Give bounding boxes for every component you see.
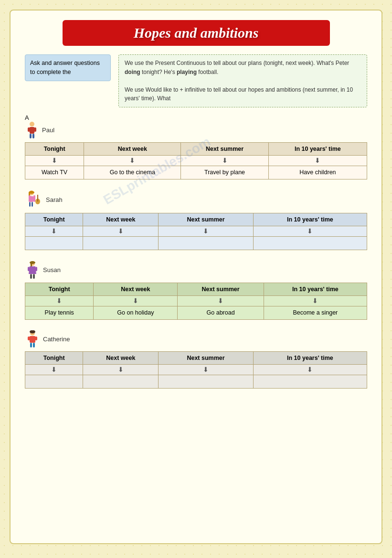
grammar-para2: We use Would like to + infinitive to tel… xyxy=(125,85,361,103)
grammar-text3: football. xyxy=(197,69,218,75)
sarah-col-nextweek: Next week xyxy=(83,213,159,226)
sarah-arrow-3: ⬇ xyxy=(159,226,254,236)
paul-col-10years: In 10 years' time xyxy=(268,142,367,155)
susan-col-tonight: Tonight xyxy=(25,283,94,295)
svg-rect-29 xyxy=(30,343,32,347)
svg-rect-4 xyxy=(30,134,32,138)
catherine-arrow-4: ⬇ xyxy=(253,364,367,375)
susan-data-row: Play tennis Go on holiday Go abroad Beco… xyxy=(25,306,367,319)
catherine-label: Catherine xyxy=(25,330,367,348)
paul-arrow-2: ⬇ xyxy=(84,155,181,166)
sarah-table: Tonight Next week Next summer In 10 year… xyxy=(25,213,367,250)
catherine-data-row xyxy=(25,375,367,388)
sarah-data-3 xyxy=(159,236,254,250)
susan-col-nextsummer: Next summer xyxy=(178,283,264,295)
susan-arrow-2: ⬇ xyxy=(94,295,178,306)
sarah-col-10years: In 10 years' time xyxy=(253,213,367,226)
grammar-bold1: doing xyxy=(125,69,140,75)
catherine-table: Tonight Next week Next summer In 10 year… xyxy=(25,351,367,389)
catherine-data-2 xyxy=(83,375,159,388)
svg-point-17 xyxy=(30,261,35,264)
susan-arrow-1: ⬇ xyxy=(25,295,94,306)
sarah-data-2 xyxy=(83,236,159,250)
paul-data-4: Have children xyxy=(268,166,367,179)
top-row: Ask and answer questions to complete the… xyxy=(25,54,367,107)
paul-col-nextsummer: Next summer xyxy=(181,142,268,155)
catherine-col-nextsummer: Next summer xyxy=(159,351,254,364)
svg-rect-13 xyxy=(32,202,33,207)
paul-arrow-4: ⬇ xyxy=(268,155,367,166)
catherine-data-4 xyxy=(253,375,367,388)
paul-arrow-row: ⬇ ⬇ ⬇ ⬇ xyxy=(25,155,367,166)
catherine-icon xyxy=(25,330,40,348)
grammar-box: We use the Present Continuous to tell ab… xyxy=(118,54,367,107)
svg-rect-1 xyxy=(30,127,34,134)
svg-rect-12 xyxy=(29,202,31,207)
susan-data-4: Become a singer xyxy=(264,306,367,319)
sarah-section: Sarah Tonight Next week Next summer In 1… xyxy=(25,190,367,250)
svg-marker-19 xyxy=(29,266,36,274)
paul-data-row: Watch TV Go to the cinema Travel by plan… xyxy=(25,166,367,179)
susan-arrow-4: ⬇ xyxy=(264,295,367,306)
grammar-text1: We use the Present Continuous to tell ab… xyxy=(125,60,349,66)
sarah-data-1 xyxy=(25,236,83,250)
catherine-section: Catherine Tonight Next week Next summer … xyxy=(25,330,367,389)
catherine-arrow-2: ⬇ xyxy=(83,364,159,375)
svg-rect-11 xyxy=(29,196,33,202)
sarah-data-row xyxy=(25,236,367,250)
catherine-arrow-1: ⬇ xyxy=(25,364,83,375)
susan-data-3: Go abroad xyxy=(178,306,264,319)
sarah-arrow-4: ⬇ xyxy=(253,226,367,236)
grammar-bold2: playing xyxy=(177,69,197,75)
svg-rect-5 xyxy=(32,134,34,138)
catherine-data-3 xyxy=(159,375,254,388)
svg-rect-30 xyxy=(33,343,35,347)
svg-rect-10 xyxy=(33,195,35,202)
svg-rect-23 xyxy=(33,274,35,279)
grammar-para1: We use the Present Continuous to tell ab… xyxy=(125,59,361,76)
page-title: Hopes and ambitions xyxy=(72,25,320,41)
paul-data-3: Travel by plane xyxy=(181,166,268,179)
paul-data-2: Go to the cinema xyxy=(84,166,181,179)
svg-rect-20 xyxy=(28,267,30,271)
title-banner: Hopes and ambitions xyxy=(63,20,330,46)
catherine-col-nextweek: Next week xyxy=(83,351,159,364)
susan-arrow-3: ⬇ xyxy=(178,295,264,306)
sarah-arrow-row: ⬇ ⬇ ⬇ ⬇ xyxy=(25,226,367,236)
sarah-data-4 xyxy=(253,236,367,250)
paul-icon xyxy=(25,121,39,139)
sarah-header-row: Tonight Next week Next summer In 10 year… xyxy=(25,213,367,226)
svg-rect-15 xyxy=(37,195,38,201)
susan-table: Tonight Next week Next summer In 10 year… xyxy=(25,283,367,320)
paul-name: Paul xyxy=(42,126,54,134)
catherine-arrow-3: ⬇ xyxy=(159,364,254,375)
paul-table: Tonight Next week Next summer In 10 year… xyxy=(25,142,367,179)
catherine-header-row: Tonight Next week Next summer In 10 year… xyxy=(25,351,367,364)
sarah-icon xyxy=(25,190,43,210)
susan-name: Susan xyxy=(43,266,61,274)
grammar-text2: tonight? He's xyxy=(140,69,177,75)
sarah-col-tonight: Tonight xyxy=(25,213,83,226)
susan-header-row: Tonight Next week Next summer In 10 year… xyxy=(25,283,367,295)
susan-section: Susan Tonight Next week Next summer In 1… xyxy=(25,261,367,320)
svg-rect-21 xyxy=(35,267,37,271)
susan-col-nextweek: Next week xyxy=(94,283,178,295)
paul-col-nextweek: Next week xyxy=(84,142,181,155)
svg-rect-3 xyxy=(34,127,36,132)
paul-arrow-1: ⬇ xyxy=(25,155,84,166)
catherine-data-1 xyxy=(25,375,83,388)
instruction-box: Ask and answer questions to complete the xyxy=(25,54,111,81)
svg-point-0 xyxy=(30,122,34,126)
catherine-name: Catherine xyxy=(43,336,70,343)
susan-icon xyxy=(25,261,40,280)
sarah-arrow-2: ⬇ xyxy=(83,226,159,236)
svg-rect-22 xyxy=(30,274,32,279)
sarah-label: Sarah xyxy=(25,190,367,210)
paul-letter: A xyxy=(25,114,29,121)
paul-header-row: Tonight Next week Next summer In 10 year… xyxy=(25,142,367,155)
sarah-arrow-1: ⬇ xyxy=(25,226,83,236)
paul-arrow-3: ⬇ xyxy=(181,155,268,166)
svg-rect-26 xyxy=(30,336,35,343)
sarah-col-nextsummer: Next summer xyxy=(159,213,254,226)
sarah-name: Sarah xyxy=(46,196,63,203)
